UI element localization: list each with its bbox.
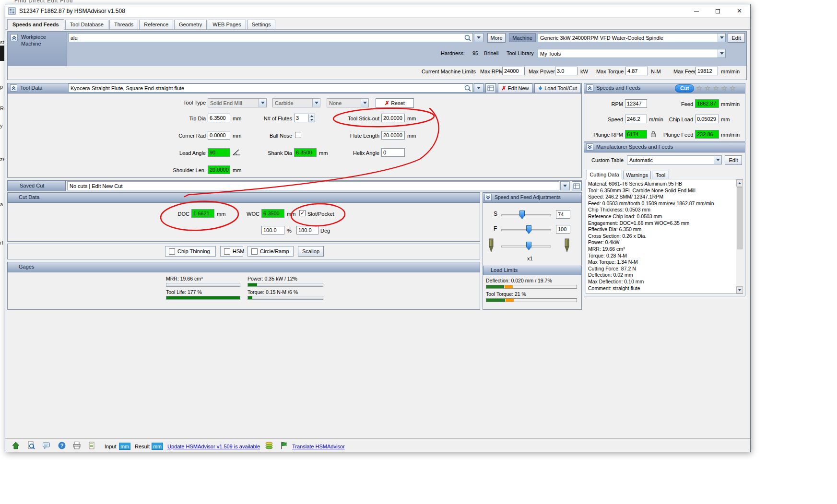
saved-cut-combo[interactable]: No cuts | Edit New Cut — [67, 181, 559, 190]
tab-tool[interactable]: Tool — [652, 171, 669, 179]
edit-new-button[interactable]: ✗Edit New — [498, 83, 532, 93]
plunge-feed-input[interactable]: 232.86 — [695, 130, 719, 139]
chip-thinning-checkbox[interactable] — [169, 248, 175, 255]
custom-table-combo[interactable]: Automatic — [627, 155, 722, 164]
tab-warnings[interactable]: Warnings — [623, 171, 651, 179]
saved-cut-card-button[interactable] — [572, 181, 581, 190]
collapse-tool-data-button[interactable] — [10, 84, 17, 92]
rating-stars[interactable]: ☆☆☆☆☆ — [696, 84, 738, 93]
tool-type-combo[interactable]: Solid End Mill — [208, 98, 267, 107]
tool-coating-combo[interactable]: None — [327, 98, 369, 107]
circle-ramp-toggle[interactable]: Circle/Ramp — [248, 246, 294, 257]
machine-combo[interactable]: Generic 3kW 24000RPM VFD Water-Cooled Sp… — [538, 33, 726, 42]
tab-settings[interactable]: Settings — [247, 20, 276, 29]
scrollbar-thumb[interactable] — [737, 187, 743, 249]
woc-percent-input[interactable]: 100.0 — [261, 226, 284, 234]
hsm-checkbox[interactable] — [224, 248, 230, 255]
input-units-badge[interactable]: mm — [119, 443, 130, 450]
feed-adjust-input[interactable]: 100 — [556, 225, 570, 234]
scallop-button[interactable]: Scallop — [298, 246, 324, 257]
max-feed-input[interactable]: 19812 — [696, 67, 718, 75]
plunge-rpm-input[interactable]: 6174 — [625, 130, 647, 139]
material-search-combo[interactable]: alu — [68, 33, 473, 42]
notes-button[interactable] — [87, 441, 96, 450]
material-dropdown-button[interactable] — [474, 33, 483, 42]
language-flag-button[interactable] — [279, 441, 289, 450]
result-units-badge[interactable]: mm — [152, 443, 163, 450]
reset-button[interactable]: ✗Reset — [376, 98, 414, 108]
scroll-down-button[interactable] — [736, 286, 743, 293]
tool-card-button[interactable] — [485, 83, 496, 93]
feedback-button[interactable] — [42, 441, 51, 450]
slot-pocket-checkbox[interactable]: ✓ — [299, 210, 306, 216]
custom-table-edit-button[interactable]: Edit — [725, 155, 742, 165]
minimize-button[interactable] — [685, 4, 707, 18]
rpm-input[interactable]: 12347 — [625, 99, 647, 108]
flutes-stepper[interactable]: 3 — [294, 114, 315, 122]
cut-button[interactable]: Cut — [675, 84, 694, 93]
help-button[interactable]: ? — [57, 441, 67, 450]
custom-table-combo-arrow[interactable] — [714, 156, 721, 164]
home-button[interactable] — [11, 441, 21, 450]
tab-tool-database[interactable]: Tool Database — [65, 20, 108, 29]
speed-input[interactable]: 246.2 — [625, 115, 647, 123]
maximize-button[interactable] — [707, 4, 729, 18]
tool-library-combo-arrow[interactable] — [718, 49, 725, 58]
stepper-arrows[interactable] — [308, 114, 315, 122]
feed-input[interactable]: 1862.87 — [695, 99, 719, 108]
chip-thinning-toggle[interactable]: Chip Thinning — [165, 246, 216, 257]
shank-dia-input[interactable]: 6.3500 — [294, 148, 317, 157]
expand-manufacturer-button[interactable] — [586, 143, 593, 151]
tool-dropdown-button[interactable] — [474, 83, 483, 93]
max-torque-input[interactable]: 4.87 — [625, 67, 648, 75]
tool-search-combo[interactable]: Kyocera-Straight Flute, Square End-strai… — [68, 83, 473, 93]
tab-web-pages[interactable]: WEB Pages — [208, 20, 246, 29]
circle-ramp-checkbox[interactable] — [251, 248, 258, 255]
shoulder-len-input[interactable]: 20.0000 — [208, 165, 230, 174]
tab-speeds-and-feeds[interactable]: Speeds and Feeds — [7, 19, 64, 30]
expand-adjustments-button[interactable] — [484, 194, 492, 201]
speed-adjust-input[interactable]: 74 — [556, 210, 570, 219]
doc-input[interactable]: 1.6621 — [191, 209, 214, 218]
endmill-increase-icon[interactable] — [561, 238, 573, 254]
ball-nose-checkbox[interactable] — [295, 132, 301, 138]
lock-icon[interactable] — [650, 130, 657, 138]
engagement-angle-input[interactable]: 180.0 — [296, 226, 318, 234]
tool-library-combo[interactable]: My Tools — [538, 49, 726, 58]
machine-combo-arrow[interactable] — [718, 34, 725, 42]
tab-cutting-data[interactable]: Cutting Data — [587, 170, 622, 179]
collapse-speeds-feeds-button[interactable] — [586, 84, 593, 92]
donate-button[interactable] — [264, 441, 274, 450]
update-link[interactable]: Update HSMAdvisor v1.509 is available — [167, 444, 260, 449]
tool-material-combo[interactable]: Carbide — [272, 98, 320, 107]
load-tool-cut-button[interactable]: Load Tool/Cut — [534, 83, 580, 93]
saved-cut-dropdown-button[interactable] — [560, 181, 570, 190]
flute-length-input[interactable]: 20.0000 — [381, 131, 405, 140]
stickout-input[interactable]: 20.0000 — [381, 114, 405, 122]
woc-input[interactable]: 6.3500 — [261, 209, 284, 218]
max-power-input[interactable]: 3.0 — [555, 67, 578, 75]
endmill-decrease-icon[interactable] — [485, 238, 497, 254]
lead-angle-input[interactable]: 90 — [208, 148, 230, 157]
print-button[interactable] — [72, 441, 82, 450]
speed-slider-track[interactable] — [501, 214, 551, 216]
machine-edit-button[interactable]: Edit — [728, 33, 745, 43]
corner-rad-input[interactable]: 0.0000 — [208, 131, 230, 140]
hsm-toggle[interactable]: HSM — [220, 246, 243, 257]
cutting-data-scrollbar[interactable] — [736, 179, 743, 293]
collapse-workpiece-button[interactable] — [11, 34, 18, 41]
tip-dia-input[interactable]: 6.3500 — [208, 114, 230, 122]
tab-reference[interactable]: Reference — [139, 20, 173, 29]
chip-load-input[interactable]: 0.05029 — [695, 115, 719, 123]
tab-threads[interactable]: Threads — [109, 20, 138, 29]
more-button[interactable]: More — [487, 33, 506, 43]
search-page-button[interactable] — [26, 441, 36, 450]
deflection-limit-bar — [486, 285, 577, 289]
doc-label: DOC — [174, 211, 189, 217]
max-rpm-input[interactable]: 24000 — [502, 67, 525, 75]
scroll-up-button[interactable] — [736, 179, 743, 187]
close-button[interactable]: × — [729, 4, 750, 18]
translate-link[interactable]: Translate HSMAdvisor — [292, 444, 345, 449]
helix-angle-input[interactable]: 0 — [381, 148, 405, 157]
tab-geometry[interactable]: Geometry — [174, 20, 207, 29]
